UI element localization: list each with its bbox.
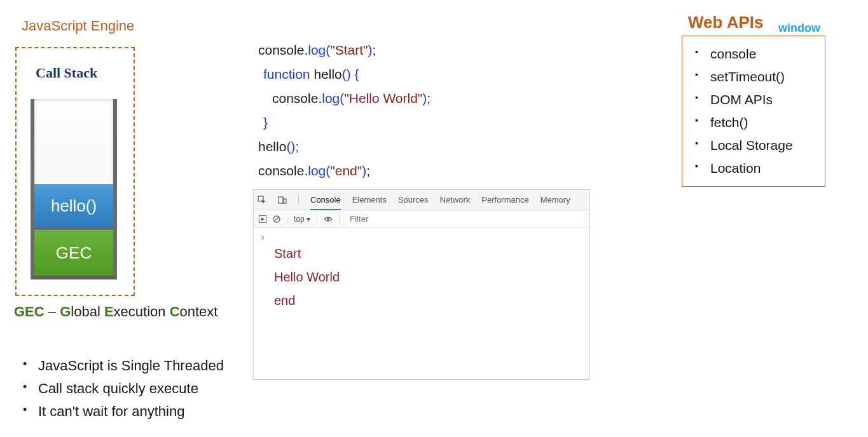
devtools-toolbar: top ▾ (254, 210, 589, 228)
clear-icon[interactable] (273, 215, 280, 223)
devtools-panel: Console Elements Sources Network Perform… (253, 189, 590, 380)
console-line: end (260, 289, 583, 313)
svg-line-5 (275, 217, 279, 221)
separator (339, 214, 340, 224)
note-item: Call stack quickly execute (18, 377, 224, 400)
device-toolbar-icon[interactable] (278, 196, 287, 205)
tab-elements[interactable]: Elements (352, 190, 387, 210)
web-apis-box: console setTimeout() DOM APIs fetch() Lo… (682, 36, 825, 187)
code-line: function hello() { (258, 62, 431, 86)
stack-frame-gec: GEC (34, 230, 113, 276)
svg-rect-1 (279, 197, 283, 203)
gec-abbr: GEC (14, 304, 45, 319)
call-stack: hello() GEC (31, 99, 117, 279)
code-line: } (258, 111, 431, 135)
tab-network[interactable]: Network (440, 190, 471, 210)
separator (298, 194, 299, 206)
console-line: Start (260, 242, 583, 266)
notes-list: JavaScript is Single Threaded Call stack… (18, 354, 224, 423)
web-api-item: Local Storage (686, 134, 822, 157)
web-api-item: setTimeout() (686, 65, 822, 88)
select-element-icon[interactable] (258, 196, 266, 205)
web-api-item: fetch() (686, 111, 822, 134)
code-line: console.log("end"); (258, 159, 431, 183)
stack-frame-hello: hello() (34, 184, 113, 230)
tab-performance[interactable]: Performance (481, 190, 528, 210)
gec-caption: GEC – Global Execution Context (14, 304, 217, 320)
call-stack-title: Call Stack (36, 65, 97, 81)
note-item: It can't wait for anything (18, 400, 224, 423)
window-label: window (778, 22, 820, 35)
filter-input[interactable] (346, 213, 584, 225)
code-line: hello(); (258, 135, 431, 159)
web-apis-title: Web APIs (688, 13, 763, 32)
web-api-item: DOM APIs (686, 88, 822, 111)
code-block: console.log("Start"); function hello() {… (258, 38, 431, 183)
svg-point-6 (327, 218, 329, 220)
play-icon[interactable] (259, 215, 266, 223)
context-selector[interactable]: top ▾ (294, 215, 310, 224)
tab-memory[interactable]: Memory (541, 190, 570, 210)
js-engine-title: JavaScript Engine (22, 18, 134, 34)
web-api-item: console (686, 43, 822, 65)
devtools-tabs: Console Elements Sources Network Perform… (254, 190, 589, 210)
console-output: › Start Hello World end (254, 228, 589, 313)
code-line: console.log("Start"); (258, 38, 431, 62)
web-api-item: Location (686, 157, 822, 180)
prompt-icon: › (260, 232, 583, 242)
separator (287, 214, 287, 224)
tab-sources[interactable]: Sources (398, 190, 429, 210)
tab-console[interactable]: Console (310, 190, 341, 210)
code-line: console.log("Hello World"); (258, 86, 431, 111)
svg-rect-2 (284, 199, 286, 203)
console-line: Hello World (260, 266, 583, 289)
note-item: JavaScript is Single Threaded (18, 354, 224, 377)
separator (317, 214, 317, 224)
eye-icon[interactable] (324, 216, 333, 222)
